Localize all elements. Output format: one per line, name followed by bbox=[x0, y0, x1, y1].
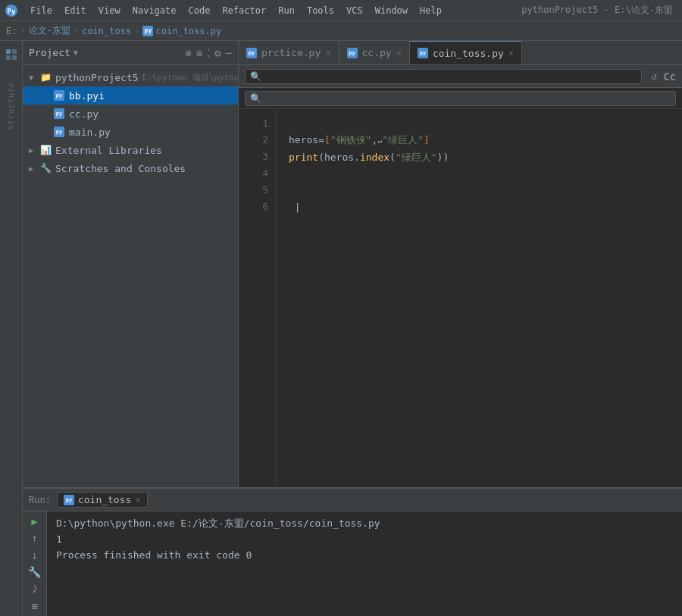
bottom-tab-close[interactable]: × bbox=[135, 495, 140, 505]
line-num-2: 2 bbox=[239, 132, 268, 149]
run-grid-button[interactable]: ⊞ bbox=[26, 599, 44, 613]
svg-rect-2 bbox=[6, 49, 11, 54]
code-line-6 bbox=[289, 199, 682, 216]
breadcrumb-part-2[interactable]: coin_toss bbox=[82, 26, 131, 36]
ext-libs-label: External Libraries bbox=[55, 145, 162, 156]
breadcrumb-part-3[interactable]: coin_toss.py bbox=[155, 26, 221, 36]
sidebar-icon-structure[interactable]: Structure bbox=[2, 97, 20, 115]
code-line-3: print(heros.index("绿巨人")) bbox=[289, 149, 682, 166]
search-wrapper-bottom: 🔍 bbox=[245, 91, 676, 106]
run-scroll-up[interactable]: ↑ bbox=[26, 531, 44, 545]
file-label-bb: bb.pyi bbox=[69, 90, 105, 102]
tab-label-prctice: prctice.py bbox=[261, 47, 321, 58]
code-line-2: heros=["钢铁侠",↵"绿巨人"] bbox=[289, 132, 682, 149]
tab-coin-toss[interactable]: py coin_toss.py × bbox=[410, 41, 522, 64]
menu-bar: Py File Edit View Navigate Code Refactor… bbox=[0, 0, 682, 21]
tab-icon-prctice: py bbox=[246, 48, 257, 58]
bottom-tab-coin-toss[interactable]: py coin_toss × bbox=[57, 492, 148, 508]
search-icon-bottom: 🔍 bbox=[250, 93, 261, 104]
svg-rect-5 bbox=[12, 55, 17, 60]
menu-file[interactable]: File bbox=[24, 4, 58, 17]
bottom-tabs-bar: Run: py coin_toss × bbox=[23, 489, 682, 511]
file-label-main: main.py bbox=[69, 127, 111, 138]
toolbar-btn-cc[interactable]: Cc bbox=[663, 70, 676, 83]
breadcrumb-part-0[interactable]: E: bbox=[6, 26, 17, 36]
tree-item-ext-libs[interactable]: ▶ 📊 External Libraries bbox=[23, 141, 238, 159]
terminal-output-1: 1 bbox=[56, 532, 673, 548]
editor-toolbar-right: ↺ Cc bbox=[651, 70, 676, 83]
menu-help[interactable]: Help bbox=[414, 4, 448, 17]
line-numbers: 1 2 3 4 5 6 bbox=[239, 109, 277, 487]
bottom-panel: Run: py coin_toss × ▶ ↑ ↓ 🔧 ⤸ ⊞ bbox=[23, 487, 682, 616]
search-wrapper-top: 🔍 bbox=[245, 69, 642, 84]
project-tool-collapse[interactable]: ≡ bbox=[196, 47, 202, 59]
run-settings-button[interactable]: 🔧 bbox=[26, 565, 44, 579]
breadcrumb: E: › 论文-东盟 › coin_toss › py coin_toss.py bbox=[0, 21, 682, 41]
root-folder-icon: 📁 bbox=[39, 71, 52, 83]
terminal-output-3: Process finished with exit code 0 bbox=[56, 548, 673, 564]
bottom-tab-icon: py bbox=[64, 495, 74, 505]
code-line-4 bbox=[289, 166, 682, 183]
line-num-4: 4 bbox=[239, 165, 268, 182]
tree-root[interactable]: ▼ 📁 pythonProject5 E:\python 项目\pythonPr… bbox=[23, 68, 238, 86]
menu-refactor[interactable]: Refactor bbox=[216, 4, 272, 17]
bottom-tab-name: coin_toss bbox=[78, 494, 131, 505]
menu-edit[interactable]: Edit bbox=[58, 4, 92, 17]
window-title: pythonProject5 - E:\论文-东盟 bbox=[521, 4, 679, 17]
toolbar-btn-refresh[interactable]: ↺ bbox=[651, 70, 657, 83]
line-num-5: 5 bbox=[239, 182, 268, 199]
terminal-area: D:\python\python.exe E:/论文-东盟/coin_toss/… bbox=[47, 511, 682, 616]
project-tool-gear[interactable]: ⚙ bbox=[214, 47, 221, 59]
tab-cc[interactable]: py cc.py × bbox=[339, 41, 410, 64]
line-num-3: 3 bbox=[239, 149, 268, 165]
menu-run[interactable]: Run bbox=[272, 4, 301, 17]
search-input-top[interactable] bbox=[264, 71, 637, 82]
terminal-command: D:\python\python.exe E:/论文-东盟/coin_toss/… bbox=[56, 516, 673, 532]
run-scroll-down[interactable]: ↓ bbox=[26, 549, 44, 562]
file-icon-bb: py bbox=[53, 89, 65, 102]
menu-tools[interactable]: Tools bbox=[301, 4, 340, 17]
tree-item-main[interactable]: py main.py bbox=[23, 123, 238, 141]
project-header: Project ▼ ⊕ ≡ ⁚ ⚙ ─ bbox=[23, 41, 238, 65]
tab-close-cc[interactable]: × bbox=[396, 48, 402, 58]
menu-vcs[interactable]: VCS bbox=[340, 4, 369, 17]
tree-item-scratches[interactable]: ▶ 🔧 Scratches and Consoles bbox=[23, 159, 238, 177]
ext-libs-icon: 📊 bbox=[39, 144, 52, 156]
line-num-1: 1 bbox=[239, 115, 268, 132]
menu-view[interactable]: View bbox=[92, 4, 127, 17]
menu-code[interactable]: Code bbox=[183, 4, 217, 17]
run-play-button[interactable]: ▶ bbox=[26, 514, 44, 528]
code-editor[interactable]: 1 2 3 4 5 6 heros=["钢铁侠",↵"绿巨人"] print(h… bbox=[239, 109, 682, 487]
menu-window[interactable]: Window bbox=[369, 4, 414, 17]
file-icon-main: py bbox=[53, 126, 65, 138]
tab-close-coin-toss[interactable]: × bbox=[508, 48, 514, 58]
project-dropdown-arrow[interactable]: ▼ bbox=[74, 48, 78, 57]
file-icon-cc: py bbox=[53, 108, 65, 120]
project-tool-minimize[interactable]: ─ bbox=[226, 47, 232, 59]
search-input-bottom[interactable] bbox=[264, 93, 671, 104]
project-tool-settings2[interactable]: ⁚ bbox=[207, 47, 210, 59]
root-path: E:\python 项目\pythonProject5 bbox=[142, 72, 238, 83]
run-label: Run: bbox=[29, 495, 51, 505]
sidebar-icon-project[interactable] bbox=[2, 45, 20, 64]
main-layout: Structure Project ▼ ⊕ ≡ ⁚ ⚙ ─ bbox=[0, 41, 682, 616]
code-line-1 bbox=[289, 115, 682, 132]
svg-rect-4 bbox=[6, 55, 11, 60]
content-area: Project ▼ ⊕ ≡ ⁚ ⚙ ─ ▼ 📁 python bbox=[23, 41, 682, 616]
left-sidebar-strip: Structure bbox=[0, 41, 23, 616]
top-section: Project ▼ ⊕ ≡ ⁚ ⚙ ─ ▼ 📁 python bbox=[23, 41, 682, 487]
tab-prctice[interactable]: py prctice.py × bbox=[239, 41, 339, 64]
file-label-cc: cc.py bbox=[69, 108, 99, 120]
tab-icon-coin-toss: py bbox=[418, 48, 428, 58]
project-tool-add[interactable]: ⊕ bbox=[185, 47, 191, 59]
breadcrumb-part-1[interactable]: 论文-东盟 bbox=[29, 24, 70, 37]
tab-label-cc: cc.py bbox=[362, 47, 392, 58]
run-wrap-button[interactable]: ⤸ bbox=[26, 582, 44, 596]
tree-item-bb[interactable]: py bb.pyi bbox=[23, 86, 238, 105]
project-tree: ▼ 📁 pythonProject5 E:\python 项目\pythonPr… bbox=[23, 65, 238, 487]
tree-item-cc[interactable]: py cc.py bbox=[23, 105, 238, 123]
code-content[interactable]: heros=["钢铁侠",↵"绿巨人"] print(heros.index("… bbox=[277, 109, 682, 487]
project-tools: ⊕ ≡ ⁚ ⚙ ─ bbox=[185, 47, 232, 59]
tab-close-prctice[interactable]: × bbox=[325, 48, 330, 58]
menu-navigate[interactable]: Navigate bbox=[127, 4, 183, 17]
